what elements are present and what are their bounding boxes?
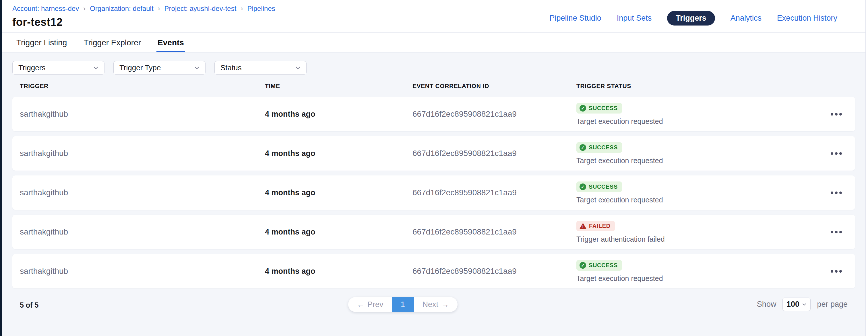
page-1-button[interactable]: 1 <box>392 297 414 312</box>
chevron-down-icon <box>194 65 200 71</box>
trigger-status-cell: ✓ ! FAILED Trigger authentication failed <box>577 221 828 243</box>
breadcrumb-separator-icon: › <box>241 5 243 12</box>
event-row: sarthakgithub 4 months ago 667d16f2ec895… <box>12 254 855 289</box>
status-filter-dropdown[interactable]: Status <box>214 61 307 74</box>
status-message: Target execution requested <box>577 196 663 204</box>
tab-trigger-listing[interactable]: Trigger Listing <box>17 33 67 52</box>
next-page-button[interactable]: Next → <box>414 297 458 312</box>
triggers-events-page: Account: harness-dev › Organization: def… <box>0 0 868 336</box>
dot-icon <box>835 113 838 115</box>
trigger-status-cell: ✓ ! SUCCESS Target execution requested <box>577 103 828 126</box>
arrow-left-icon: ← <box>357 300 365 309</box>
trigger-type-filter-dropdown[interactable]: Trigger Type <box>113 61 206 74</box>
dot-icon <box>831 152 833 155</box>
collapsed-sidebar-rail[interactable] <box>0 0 2 336</box>
breadcrumb-project-link[interactable]: Project: ayushi-dev-test <box>164 5 237 12</box>
row-options-menu-button[interactable] <box>828 263 845 280</box>
page-size-select[interactable]: 100 <box>782 298 811 311</box>
event-correlation-id: 667d16f2ec895908821c1aa9 <box>412 188 577 197</box>
row-options-menu-button[interactable] <box>828 105 845 123</box>
status-badge-label: SUCCESS <box>589 105 618 111</box>
event-correlation-id: 667d16f2ec895908821c1aa9 <box>412 227 577 237</box>
event-row: sarthakgithub 4 months ago 667d16f2ec895… <box>12 97 855 131</box>
event-time: 4 months ago <box>265 228 412 237</box>
trigger-type-filter-label: Trigger Type <box>119 63 161 72</box>
trigger-status-cell: ✓ ! SUCCESS Target execution requested <box>577 181 828 204</box>
page-header: Account: harness-dev › Organization: def… <box>2 0 865 33</box>
check-circle-icon: ✓ <box>580 144 586 151</box>
tab-events[interactable]: Events <box>158 33 184 52</box>
status-badge: ✓ ! SUCCESS <box>577 260 622 271</box>
status-badge: ✓ ! SUCCESS <box>577 142 622 153</box>
chevron-down-icon <box>802 302 807 307</box>
chevron-down-icon <box>295 65 301 71</box>
status-badge-label: SUCCESS <box>589 183 618 190</box>
event-time: 4 months ago <box>265 110 412 119</box>
row-options-menu-button[interactable] <box>828 223 845 240</box>
trigger-name: sarthakgithub <box>20 188 265 197</box>
result-count: 5 of 5 <box>20 301 38 309</box>
trigger-name: sarthakgithub <box>20 267 265 276</box>
dot-icon <box>835 152 838 155</box>
column-header-time: TIME <box>265 82 412 90</box>
tab-trigger-explorer[interactable]: Trigger Explorer <box>84 33 141 52</box>
tab-strip: Trigger Listing Trigger Explorer Events <box>2 33 865 53</box>
breadcrumb: Account: harness-dev › Organization: def… <box>12 5 275 12</box>
warning-triangle-icon: ! <box>580 223 586 229</box>
per-page-label: per page <box>817 300 848 309</box>
column-header-trigger: TRIGGER <box>20 82 265 90</box>
event-time: 4 months ago <box>265 149 412 158</box>
row-options-menu-button[interactable] <box>828 184 845 201</box>
status-badge-label: FAILED <box>589 223 611 229</box>
breadcrumb-organization-link[interactable]: Organization: default <box>90 5 153 12</box>
event-row: sarthakgithub 4 months ago 667d16f2ec895… <box>12 215 855 249</box>
status-badge-label: SUCCESS <box>589 262 618 269</box>
dot-icon <box>839 231 842 233</box>
dot-icon <box>839 152 842 155</box>
dot-icon <box>835 192 838 194</box>
dot-icon <box>831 113 833 115</box>
event-correlation-id: 667d16f2ec895908821c1aa9 <box>412 149 577 158</box>
status-badge-label: SUCCESS <box>589 144 618 151</box>
nav-analytics[interactable]: Analytics <box>731 14 762 23</box>
next-label: Next <box>423 300 439 309</box>
triggers-filter-label: Triggers <box>19 63 45 72</box>
show-label: Show <box>757 300 776 309</box>
triggers-filter-dropdown[interactable]: Triggers <box>12 61 104 74</box>
event-row: sarthakgithub 4 months ago 667d16f2ec895… <box>12 175 855 210</box>
status-message: Trigger authentication failed <box>577 235 665 243</box>
trigger-status-cell: ✓ ! SUCCESS Target execution requested <box>577 260 828 283</box>
table-footer: 5 of 5 ← Prev 1 Next → Show 100 per page <box>12 294 855 326</box>
breadcrumb-pipelines-link[interactable]: Pipelines <box>247 5 275 12</box>
dot-icon <box>835 270 838 273</box>
event-time: 4 months ago <box>265 188 412 197</box>
events-content: Triggers Trigger Type Status TRIGGER TIM… <box>2 53 865 336</box>
nav-triggers-active[interactable]: Triggers <box>667 11 715 26</box>
status-message: Target execution requested <box>577 274 663 283</box>
dot-icon <box>831 231 833 233</box>
breadcrumb-account-link[interactable]: Account: harness-dev <box>12 5 79 12</box>
check-circle-icon: ✓ <box>580 262 586 269</box>
pagination: ← Prev 1 Next → <box>348 297 458 312</box>
prev-page-button[interactable]: ← Prev <box>348 297 392 312</box>
nav-pipeline-studio[interactable]: Pipeline Studio <box>550 14 601 23</box>
status-badge: ✓ ! SUCCESS <box>577 181 622 192</box>
status-badge: ✓ ! FAILED <box>577 221 615 231</box>
scrollbar-track[interactable] <box>865 0 868 336</box>
column-header-trigger-status: TRIGGER STATUS <box>577 82 828 90</box>
arrow-right-icon: → <box>441 300 449 309</box>
filter-bar: Triggers Trigger Type Status <box>12 61 855 74</box>
dot-icon <box>839 270 842 273</box>
status-message: Target execution requested <box>577 157 663 165</box>
page-title: for-test12 <box>12 16 275 28</box>
dot-icon <box>839 113 842 115</box>
nav-input-sets[interactable]: Input Sets <box>617 14 652 23</box>
event-row: sarthakgithub 4 months ago 667d16f2ec895… <box>12 136 855 171</box>
table-header: TRIGGER TIME EVENT CORRELATION ID TRIGGE… <box>12 82 855 90</box>
status-message: Target execution requested <box>577 117 663 126</box>
nav-execution-history[interactable]: Execution History <box>777 14 837 23</box>
row-options-menu-button[interactable] <box>828 145 845 162</box>
event-correlation-id: 667d16f2ec895908821c1aa9 <box>412 109 577 119</box>
breadcrumb-separator-icon: › <box>83 5 86 12</box>
status-filter-label: Status <box>220 63 242 72</box>
